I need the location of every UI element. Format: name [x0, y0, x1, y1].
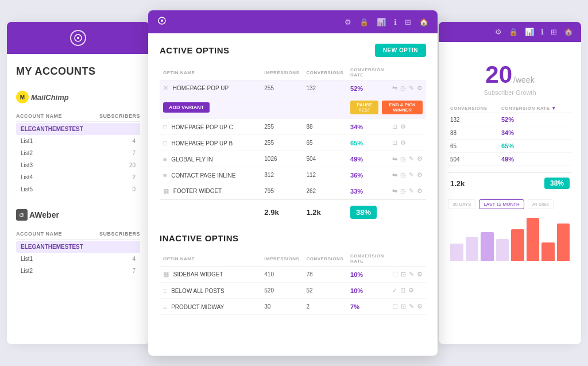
row-actions: ⇋ ◷ ✎ ⚙: [392, 187, 423, 195]
right-nav-icons: ⚙ 🔒 📊 ℹ ⊞ 🏠: [495, 28, 573, 36]
right-panel: ⚙ 🔒 📊 ℹ ⊞ 🏠 20 /week Subscriber Growth: [439, 22, 581, 344]
sort-arrow: ▼: [551, 106, 556, 111]
edit-icon[interactable]: ✎: [409, 303, 414, 310]
aweber-section: @ AWeber ACCOUNT NAME SUBSCRIBERS ELEGAN…: [16, 207, 140, 277]
stats-icon[interactable]: ◷: [400, 84, 406, 92]
settings-icon[interactable]: ⚙: [417, 271, 423, 278]
edit-icon[interactable]: ✎: [409, 171, 414, 179]
new-optin-button[interactable]: NEW OPTIN: [375, 44, 426, 57]
table-row: ✕ HOMEPAGE POP UP 255 132 52% ⇋ ◷ ✎ ⚙: [160, 80, 426, 97]
stats-icon[interactable]: ◷: [400, 187, 406, 195]
growth-period: /week: [513, 75, 535, 84]
ab-test-icon: ✕: [163, 84, 168, 91]
mailchimp-list1[interactable]: List1 4: [16, 135, 140, 147]
table-row: □ HOMEPAGE POP UP B 255 65 65% ⊡ ⚙: [160, 135, 426, 151]
col-conversions: CONVERSIONS: [303, 65, 347, 80]
copy-icon[interactable]: ⊡: [392, 123, 397, 130]
copy-icon[interactable]: ⊡: [392, 139, 397, 147]
settings-icon[interactable]: ⚙: [408, 287, 414, 294]
bar-3: [481, 232, 494, 261]
table-row: ≡ CONTACT PAGE INLINE 312 112 36% ⇋ ◷ ✎ …: [160, 167, 426, 183]
mailchimp-account-highlighted[interactable]: ELEGANTHEMESTEST: [16, 123, 140, 135]
row-actions: ☐ ⊡ ✎ ⚙: [392, 303, 423, 310]
check-icon[interactable]: ☐: [392, 271, 398, 278]
copy-icon[interactable]: ⊡: [401, 271, 406, 278]
edit-icon[interactable]: ✎: [409, 271, 414, 278]
check-icon[interactable]: ☐: [392, 303, 398, 310]
svg-point-3: [161, 20, 163, 22]
copy-icon[interactable]: ⊡: [400, 287, 405, 294]
settings-icon[interactable]: ⚙: [417, 155, 423, 163]
gear-icon[interactable]: ⚙: [345, 18, 351, 26]
bar-1: [450, 244, 463, 261]
widget-icon: ▦: [163, 187, 169, 194]
optin-name-cell: ▦ FOOTER WIDGET: [160, 183, 261, 200]
share-icon[interactable]: ⇋: [392, 171, 397, 179]
bar-4: [496, 239, 509, 261]
mailchimp-list4[interactable]: List4 2: [16, 171, 140, 183]
share-icon[interactable]: ⇋: [392, 155, 397, 163]
chart-icon[interactable]: 📊: [525, 28, 534, 36]
table-row: ≡ BELOW ALL POSTS 520 52 10% ✓ ⊡ ⚙: [160, 283, 426, 299]
grid-icon[interactable]: ⊞: [405, 18, 411, 26]
gear-icon[interactable]: ⚙: [495, 28, 502, 36]
pause-test-button[interactable]: PAUSE TEST: [350, 101, 378, 114]
active-optins-table: OPTIN NAME IMPRESSIONS CONVERSIONS CONVE…: [160, 65, 426, 223]
settings-icon[interactable]: ⚙: [417, 303, 423, 310]
col-optin-name: OPTIN NAME: [160, 251, 261, 267]
edit-icon[interactable]: ✎: [409, 84, 414, 92]
table-row: ▦ SIDEBAR WIDGET 410 78 10% ☐ ⊡ ✎: [160, 267, 426, 283]
col-rate: CONVERSION RATE ▼: [499, 104, 572, 113]
center-logo: [157, 16, 167, 28]
left-panel-header: [7, 22, 149, 54]
mailchimp-list3[interactable]: List3 20: [16, 159, 140, 171]
grid-icon[interactable]: ⊞: [551, 28, 557, 36]
aweber-table-header: ACCOUNT NAME SUBSCRIBERS: [16, 229, 140, 240]
mailchimp-list5[interactable]: List5 0: [16, 183, 140, 195]
pick-winner-button[interactable]: END & PICK WINNER: [382, 101, 423, 114]
table-row: ≡ PRODUCT MIDWAY 30 2 7% ☐ ⊡ ✎: [160, 299, 426, 315]
mailchimp-table-header: ACCOUNT NAME SUBSCRIBERS: [16, 111, 140, 122]
stats-icon[interactable]: ◷: [400, 171, 406, 179]
info-icon[interactable]: ℹ: [394, 18, 397, 26]
settings-icon[interactable]: ⚙: [417, 187, 423, 195]
lock-icon[interactable]: 🔒: [509, 28, 518, 36]
edit-icon[interactable]: ✎: [409, 155, 414, 163]
filter-12months[interactable]: LAST 12 MONTH: [479, 199, 524, 209]
settings-icon[interactable]: ⚙: [400, 139, 406, 147]
mailchimp-list2[interactable]: List2 7: [16, 147, 140, 159]
home-icon[interactable]: 🏠: [564, 28, 573, 36]
share-icon[interactable]: ⇋: [392, 84, 397, 92]
info-icon[interactable]: ℹ: [541, 28, 544, 36]
settings-icon[interactable]: ⚙: [417, 171, 423, 179]
growth-number: 20: [485, 63, 512, 87]
share-icon[interactable]: ⇋: [392, 187, 397, 195]
filter-all-sites[interactable]: All Sites: [528, 199, 554, 209]
filter-30days[interactable]: 30 DAYS: [448, 199, 475, 209]
bar-chart: [448, 215, 572, 261]
settings-icon[interactable]: ⚙: [417, 84, 423, 92]
row-actions: ⊡ ⚙: [392, 123, 423, 130]
active-optins-header: ACTIVE OPTINS NEW OPTIN: [160, 44, 426, 57]
right-header: ⚙ 🔒 📊 ℹ ⊞ 🏠: [439, 22, 581, 42]
aweber-list2[interactable]: List2 7: [16, 265, 140, 277]
check-icon[interactable]: ✓: [392, 287, 397, 294]
lock-icon[interactable]: 🔒: [359, 18, 369, 26]
optin-name-cell: ≡ GLOBAL FLY IN: [160, 151, 261, 167]
active-optins-title: ACTIVE OPTINS: [160, 45, 230, 55]
aweber-logo: @ AWeber: [16, 207, 140, 223]
chart-icon[interactable]: 📊: [377, 18, 386, 26]
aweber-account-highlighted[interactable]: ELEGANTHEMESTEST: [16, 241, 140, 253]
inactive-optins-header: INACTIVE OPTINS: [160, 233, 426, 243]
screenshots-container: MY ACCOUNTS M MailChimp ACCOUNT NAME SUB…: [0, 0, 588, 366]
aweber-list1[interactable]: List1 4: [16, 253, 140, 265]
row-actions: ⇋ ◷ ✎ ⚙: [392, 155, 423, 163]
right-stats-table: CONVERSIONS CONVERSION RATE ▼ 132 52% 88…: [448, 104, 572, 166]
edit-icon[interactable]: ✎: [409, 187, 414, 195]
home-icon[interactable]: 🏠: [419, 18, 428, 26]
copy-icon[interactable]: ⊡: [401, 303, 406, 310]
settings-icon[interactable]: ⚙: [400, 123, 406, 130]
add-variant-button[interactable]: ADD VARIANT: [163, 102, 210, 113]
col-actions: [389, 251, 426, 267]
stats-icon[interactable]: ◷: [400, 155, 406, 163]
